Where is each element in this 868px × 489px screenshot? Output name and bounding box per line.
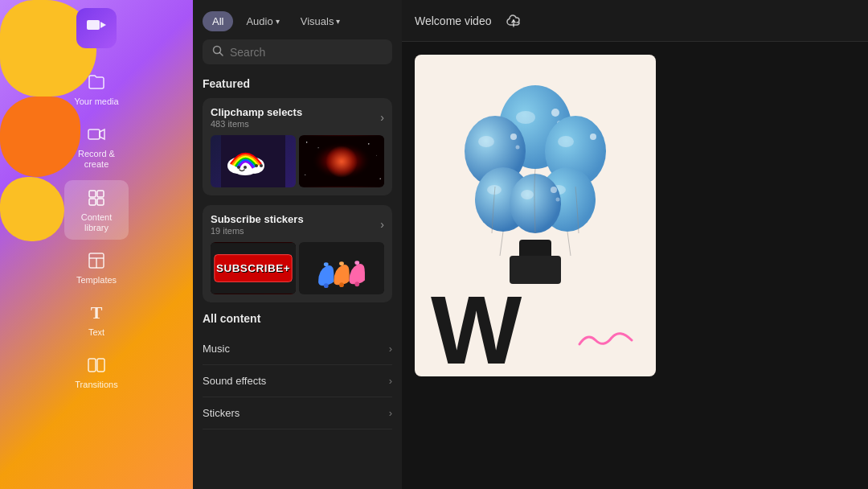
sidebar-label-templates: Templates xyxy=(76,275,117,286)
all-content-section: All content Music › Sound effects › Stic… xyxy=(203,312,392,429)
subscribe-stickers-name: Subscribe stickers xyxy=(211,213,304,225)
filter-visuals-label: Visuals xyxy=(301,15,334,27)
svg-point-48 xyxy=(478,136,494,147)
content-row-music[interactable]: Music › xyxy=(203,333,392,365)
svg-point-23 xyxy=(310,142,372,180)
chevron-down-icon-visuals: ▾ xyxy=(336,17,340,26)
icon-sidebar: Your media Record &create Contentlib xyxy=(0,0,193,489)
filter-visuals-button[interactable]: Visuals ▾ xyxy=(293,11,349,31)
sidebar-label-transitions: Transitions xyxy=(75,380,117,390)
sidebar-label-record-create: Record &create xyxy=(78,149,115,170)
sidebar-item-templates[interactable]: Templates xyxy=(64,243,129,292)
stickers-arrow: › xyxy=(389,407,392,419)
big-w-letter: W xyxy=(431,291,522,368)
subscribe-stickers-header: Subscribe stickers 19 items › xyxy=(211,213,384,236)
svg-point-29 xyxy=(379,178,381,179)
svg-point-45 xyxy=(551,109,559,117)
svg-point-28 xyxy=(305,175,305,175)
svg-point-25 xyxy=(318,147,319,148)
sidebar-label-content-library: Contentlibrary xyxy=(81,212,113,233)
logo-icon xyxy=(85,17,108,39)
svg-point-53 xyxy=(590,134,596,140)
svg-rect-11 xyxy=(97,359,104,372)
svg-point-36 xyxy=(324,283,329,288)
svg-point-61 xyxy=(556,198,560,202)
svg-rect-2 xyxy=(88,129,100,139)
sidebar-item-your-media[interactable]: Your media xyxy=(64,64,129,113)
folder-icon xyxy=(85,71,108,93)
clipchamp-selects-header: Clipchamp selects 483 items › xyxy=(211,106,384,129)
svg-rect-41 xyxy=(354,261,359,265)
editor-toolbar: Welcome video xyxy=(402,0,868,42)
svg-rect-3 xyxy=(89,191,96,197)
svg-line-13 xyxy=(220,53,223,56)
svg-point-40 xyxy=(354,281,359,286)
svg-point-38 xyxy=(339,282,344,287)
clipchamp-selects-card[interactable]: Clipchamp selects 483 items › xyxy=(203,98,392,195)
subscribe-stickers-info: Subscribe stickers 19 items xyxy=(211,213,304,236)
svg-point-50 xyxy=(516,146,520,150)
content-row-sound-effects[interactable]: Sound effects › xyxy=(203,365,392,397)
svg-point-52 xyxy=(558,136,574,147)
filter-all-button[interactable]: All xyxy=(203,11,233,31)
svg-point-19 xyxy=(244,166,247,169)
thumb-rainbow xyxy=(211,135,296,187)
pink-squiggle-decoration xyxy=(575,328,640,352)
music-arrow: › xyxy=(389,343,392,355)
subscribe-stickers-count: 19 items xyxy=(211,226,304,236)
svg-point-24 xyxy=(306,142,308,143)
sidebar-item-transitions[interactable]: Transitions xyxy=(64,347,129,397)
search-bar xyxy=(203,39,392,64)
clipchamp-selects-thumbs xyxy=(211,135,384,187)
templates-icon xyxy=(85,249,108,272)
cloud-sync-button[interactable] xyxy=(501,8,526,34)
app-container: Your media Record &create Contentlib xyxy=(0,0,868,489)
content-panel: All Audio ▾ Visuals ▾ Featured xyxy=(193,0,402,489)
chevron-down-icon: ▾ xyxy=(276,17,280,26)
app-logo xyxy=(76,8,117,48)
clipchamp-selects-name: Clipchamp selects xyxy=(211,106,302,118)
svg-point-44 xyxy=(516,111,535,124)
featured-section-title: Featured xyxy=(203,77,392,90)
subscribe-badge: SUBSCRIBE+ xyxy=(211,242,296,294)
clipchamp-selects-info: Clipchamp selects 483 items xyxy=(211,106,302,129)
filter-bar: All Audio ▾ Visuals ▾ xyxy=(193,0,402,39)
filter-audio-button[interactable]: Audio ▾ xyxy=(238,11,287,31)
sidebar-item-text[interactable]: T Text xyxy=(64,295,129,344)
subscribe-stickers-arrow: › xyxy=(380,218,384,231)
panel-scroll-area[interactable]: Featured Clipchamp selects 483 items › xyxy=(193,74,402,489)
svg-point-18 xyxy=(237,166,240,169)
preview-area: W xyxy=(402,42,868,489)
subscribe-stickers-thumbs: SUBSCRIBE+ xyxy=(211,242,384,294)
svg-point-27 xyxy=(376,155,377,156)
svg-point-21 xyxy=(260,164,263,167)
thumb-bells xyxy=(299,242,384,294)
svg-rect-6 xyxy=(97,199,104,205)
svg-rect-0 xyxy=(87,20,100,30)
music-label: Music xyxy=(203,343,230,355)
svg-rect-10 xyxy=(88,359,96,372)
svg-point-49 xyxy=(510,134,517,140)
thumb-galaxy xyxy=(299,135,384,187)
transitions-icon xyxy=(85,354,108,376)
sound-effects-arrow: › xyxy=(389,375,392,387)
content-library-icon xyxy=(85,187,108,209)
subscribe-stickers-card[interactable]: Subscribe stickers 19 items › xyxy=(203,205,392,302)
record-icon xyxy=(85,123,108,146)
svg-marker-1 xyxy=(100,22,106,28)
project-name: Welcome video xyxy=(415,14,491,27)
sound-effects-label: Sound effects xyxy=(203,375,266,387)
thumb-subscribe-text: SUBSCRIBE+ xyxy=(211,242,296,294)
text-icon: T xyxy=(85,302,108,324)
svg-rect-37 xyxy=(324,262,329,266)
sidebar-item-record-create[interactable]: Record &create xyxy=(64,117,129,176)
content-row-stickers[interactable]: Stickers › xyxy=(203,397,392,429)
sidebar-label-your-media: Your media xyxy=(74,97,118,107)
svg-rect-39 xyxy=(339,261,344,265)
search-icon xyxy=(212,45,223,59)
search-input[interactable] xyxy=(230,46,383,59)
stickers-label: Stickers xyxy=(203,407,240,419)
sidebar-item-content-library[interactable]: Contentlibrary xyxy=(64,180,129,240)
svg-text:SUBSCRIBE+: SUBSCRIBE+ xyxy=(216,262,290,274)
svg-point-20 xyxy=(255,164,258,167)
